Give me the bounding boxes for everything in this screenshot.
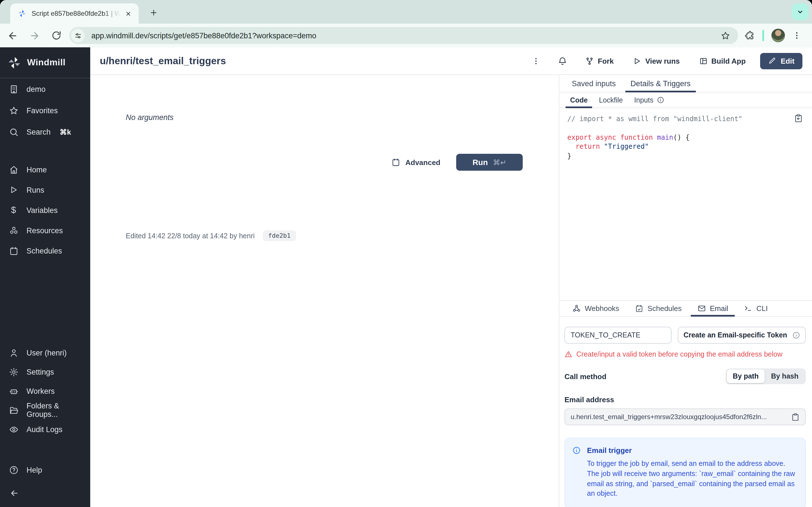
header-actions: Fork View runs Build App Edit: [529, 53, 802, 69]
edit-button[interactable]: Edit: [760, 53, 802, 69]
app-layout-icon: [699, 57, 707, 65]
sidebar-item-label: User (henri): [27, 348, 67, 357]
toolbar-separator: [762, 30, 764, 41]
info-box-header: Email trigger: [572, 446, 797, 455]
subtab-code[interactable]: Code: [564, 93, 594, 108]
sidebar-item-label: Folders & Groups...: [27, 402, 90, 418]
email-address-field[interactable]: u.henri.test_email_triggers+mrsw23zlouxg…: [564, 408, 806, 425]
sidebar-item-folders-groups[interactable]: Folders & Groups...: [0, 400, 90, 420]
sidebar-item-label: Workers: [27, 387, 55, 395]
tab-cli-label: CLI: [756, 304, 768, 313]
calendar-check-icon: [635, 304, 644, 313]
by-hash-option[interactable]: By hash: [765, 370, 805, 383]
sidebar-item-search[interactable]: Search ⌘k: [0, 121, 90, 143]
trigger-tabs: Webhooks Schedules Email CLI: [559, 300, 812, 317]
git-fork-icon: [585, 57, 594, 65]
url-bar[interactable]: app.windmill.dev/scripts/get/e857be88e0f…: [69, 27, 738, 44]
search-shortcut: ⌘k: [60, 128, 71, 136]
sidebar-collapse-button[interactable]: [0, 486, 90, 500]
tab-saved-inputs[interactable]: Saved inputs: [564, 75, 623, 92]
content-row: No arguments Advanced Run ⌘↵ Edited 14:4…: [90, 75, 812, 507]
edited-row: Edited 14:42 22/8 today at 14:42 by henr…: [126, 230, 296, 241]
build-app-label: Build App: [711, 57, 746, 65]
clipboard-copy-icon[interactable]: [791, 413, 800, 421]
token-input[interactable]: [564, 327, 672, 344]
sidebar-item-label: Variables: [27, 206, 58, 214]
browser-tab[interactable]: Script e857be88e0fde2b1 | W: [10, 3, 139, 24]
help-circle-icon: [8, 465, 18, 474]
reload-icon[interactable]: [47, 26, 66, 45]
play-icon: [633, 57, 642, 65]
view-runs-button[interactable]: View runs: [633, 57, 680, 65]
sidebar-footer-group: Help: [0, 460, 90, 500]
code-viewer[interactable]: // import * as wmill from "windmill-clie…: [559, 108, 812, 300]
bookmark-star-icon[interactable]: [721, 31, 730, 40]
sidebar-item-audit-logs[interactable]: Audit Logs: [0, 420, 90, 439]
brand[interactable]: Windmill: [0, 47, 90, 78]
build-app-button[interactable]: Build App: [699, 57, 746, 65]
tab-details-triggers[interactable]: Details & Triggers: [623, 75, 698, 92]
sidebar-item-resources[interactable]: Resources: [0, 220, 90, 240]
fork-button[interactable]: Fork: [585, 57, 613, 65]
new-tab-button[interactable]: [146, 4, 161, 20]
resources-cubes-icon: [8, 226, 18, 235]
sidebar-item-help[interactable]: Help: [0, 460, 90, 480]
token-warning: Create/input a valid token before copyin…: [564, 350, 806, 358]
sidebar-item-settings[interactable]: Settings: [0, 362, 90, 381]
subtab-inputs-label: Inputs: [634, 96, 653, 104]
gear-icon: [8, 367, 18, 377]
email-address-label: Email address: [564, 395, 806, 404]
star-icon: [8, 106, 18, 115]
dollar-icon: $: [8, 206, 18, 215]
tab-cli[interactable]: CLI: [736, 301, 776, 316]
user-icon: [8, 348, 18, 357]
fork-label: Fork: [598, 57, 613, 65]
profile-avatar[interactable]: [771, 29, 785, 42]
home-icon: [8, 165, 18, 174]
edit-label: Edit: [781, 57, 795, 65]
sidebar-admin-group: User (henri) Settings Workers: [0, 343, 90, 439]
sidebar-item-workers[interactable]: Workers: [0, 381, 90, 400]
tab-webhooks[interactable]: Webhooks: [564, 301, 627, 316]
subtab-inputs[interactable]: Inputs: [628, 93, 670, 108]
tab-schedules[interactable]: Schedules: [627, 301, 689, 316]
script-hash-badge[interactable]: fde2b1: [262, 230, 296, 241]
site-settings-icon[interactable]: [71, 29, 85, 42]
tab-email-label: Email: [710, 304, 728, 313]
advanced-button[interactable]: Advanced: [391, 158, 441, 167]
email-address-value: u.henri.test_email_triggers+mrsw23zlouxg…: [571, 413, 786, 421]
details-tabs: Saved inputs Details & Triggers: [559, 75, 812, 93]
sidebar-item-user[interactable]: User (henri): [0, 343, 90, 362]
tab-close-icon[interactable]: [123, 8, 133, 18]
mail-icon: [698, 304, 706, 313]
create-token-button[interactable]: Create an Email-specific Token: [678, 327, 806, 344]
back-icon[interactable]: [3, 26, 22, 45]
extensions-icon[interactable]: [745, 31, 755, 41]
browser-menu-icon[interactable]: [792, 31, 801, 40]
subtab-lockfile[interactable]: Lockfile: [594, 93, 629, 108]
calendar-icon: [391, 158, 400, 167]
browser-controls-chevron-button[interactable]: [792, 3, 809, 20]
sidebar-item-workspace[interactable]: demo: [0, 78, 90, 100]
chevron-down-icon: [796, 8, 804, 16]
tab-email[interactable]: Email: [690, 301, 736, 316]
more-options-kebab-icon[interactable]: [529, 57, 543, 65]
copy-code-icon[interactable]: [794, 114, 803, 123]
sidebar-item-favorites[interactable]: Favorites: [0, 100, 90, 121]
sidebar-item-variables[interactable]: $ Variables: [0, 200, 90, 220]
browser-window: Script e857be88e0fde2b1 | W app.windmill…: [0, 0, 812, 507]
sidebar-item-home[interactable]: Home: [0, 159, 90, 180]
windmill-logo-icon: [7, 55, 21, 69]
sidebar-nav-group: Home Runs $ Variables Resources: [0, 159, 90, 261]
no-arguments-text: No arguments: [126, 113, 174, 122]
by-path-option[interactable]: By path: [726, 370, 765, 383]
run-button[interactable]: Run ⌘↵: [456, 154, 523, 171]
sidebar-item-runs[interactable]: Runs: [0, 180, 90, 200]
url-text[interactable]: app.windmill.dev/scripts/get/e857be88e0f…: [91, 31, 721, 40]
notifications-bell-icon[interactable]: [556, 56, 568, 66]
main-column: u/henri/test_email_triggers Fork View: [90, 47, 812, 507]
sidebar-item-schedules[interactable]: Schedules: [0, 240, 90, 261]
folder-open-icon: [8, 405, 18, 415]
run-pane: No arguments Advanced Run ⌘↵ Edited 14:4…: [90, 75, 559, 507]
forward-icon[interactable]: [25, 26, 44, 45]
